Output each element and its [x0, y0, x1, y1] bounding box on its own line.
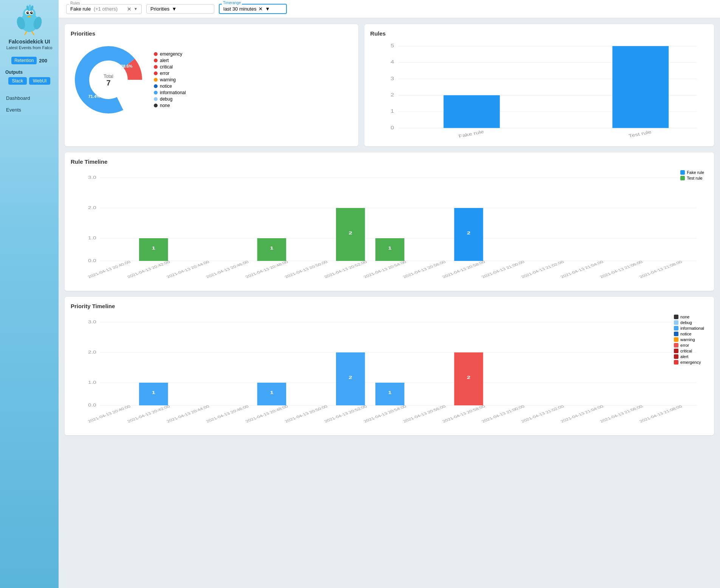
legend-informational-color [674, 326, 678, 330]
svg-text:1.0: 1.0 [88, 236, 96, 240]
svg-point-7 [28, 12, 29, 13]
timerange-label: Timerange [222, 1, 242, 5]
legend-none: none [154, 103, 186, 108]
svg-text:7: 7 [106, 79, 110, 87]
svg-text:2021-04-13 20:44:00: 2021-04-13 20:44:00 [166, 404, 211, 424]
rule-timeline-legend: Fake rule Test rule [680, 170, 704, 182]
legend-emergency-priority: emergency [674, 360, 704, 365]
legend-alert: alert [154, 58, 186, 63]
svg-text:2021-04-13 20:42:00: 2021-04-13 20:42:00 [126, 404, 171, 424]
legend-informational: informational [154, 90, 186, 95]
retention-button[interactable]: Retention [11, 57, 37, 64]
priorities-filter-chip[interactable]: Priorities ▼ [146, 4, 214, 14]
legend-informational-label: informational [160, 90, 186, 95]
svg-text:1: 1 [270, 390, 273, 395]
legend-emergency-label: emergency [160, 51, 182, 57]
legend-none-color [674, 315, 678, 319]
logo-area: Falcosidekick UI Latest Events from Falc… [6, 4, 53, 50]
svg-text:2021-04-13 20:52:00: 2021-04-13 20:52:00 [323, 404, 368, 424]
svg-text:3: 3 [390, 76, 394, 81]
priority-timeline-container: none debug informational notice [71, 315, 708, 429]
legend-none-label: none [160, 103, 170, 108]
svg-text:Fake rule: Fake rule [458, 129, 485, 139]
legend-error-text: error [680, 343, 689, 348]
svg-text:2021-04-13 21:00:00: 2021-04-13 21:00:00 [481, 260, 526, 279]
svg-text:2021-04-13 20:42:00: 2021-04-13 20:42:00 [126, 260, 171, 279]
svg-text:2021-04-13 21:06:00: 2021-04-13 21:06:00 [599, 404, 644, 424]
svg-text:2021-04-13 20:48:00: 2021-04-13 20:48:00 [244, 404, 289, 424]
legend-notice-label: notice [160, 84, 172, 89]
timerange-filter-group: Timerange last 30 minutes ✕ ▼ [219, 4, 287, 14]
svg-text:1: 1 [152, 246, 155, 250]
legend-notice-text: notice [680, 332, 691, 336]
svg-text:0.0: 0.0 [88, 403, 96, 408]
rule-timeline-title: Rule Timeline [71, 158, 708, 165]
svg-text:2021-04-13 20:54:00: 2021-04-13 20:54:00 [362, 260, 407, 279]
svg-text:2021-04-13 20:46:00: 2021-04-13 20:46:00 [205, 404, 250, 424]
donut-container: Total 7 28.6% 71.4% emergency [71, 42, 352, 118]
rule-timeline-container: Fake rule Test rule 0.0 1.0 [71, 170, 708, 285]
legend-error-priority: error [674, 343, 704, 348]
rules-clear-icon[interactable]: ✕ [127, 6, 132, 12]
rules-bar-chart: 0 1 2 3 4 5 Fake rule Test rule [370, 42, 708, 140]
legend-alert-text: alert [680, 354, 688, 359]
app-subtitle: Latest Events from Falco [6, 45, 53, 50]
svg-text:2: 2 [467, 231, 470, 235]
svg-text:2: 2 [390, 92, 394, 97]
svg-text:2021-04-13 20:58:00: 2021-04-13 20:58:00 [441, 404, 486, 424]
svg-text:2021-04-13 21:08:00: 2021-04-13 21:08:00 [638, 260, 683, 279]
legend-error-dot [154, 71, 158, 75]
legend-debug-dot [154, 97, 158, 101]
priorities-dropdown-icon[interactable]: ▼ [172, 6, 177, 12]
timerange-chip[interactable]: last 30 minutes ✕ ▼ [219, 4, 287, 14]
legend-alert-label: alert [160, 58, 169, 63]
nav-dashboard[interactable]: Dashboard [4, 92, 55, 104]
svg-text:2021-04-13 20:52:00: 2021-04-13 20:52:00 [323, 260, 368, 279]
rules-title: Rules [370, 30, 708, 37]
legend-none-text: none [680, 315, 689, 319]
svg-text:3.0: 3.0 [88, 320, 96, 324]
legend-emergency-color [674, 360, 678, 365]
main-content: Rules Fake rule (+1 others) ✕ ▼ Prioriti… [59, 0, 720, 588]
webui-button[interactable]: WebUI [29, 77, 50, 85]
svg-text:2021-04-13 20:46:00: 2021-04-13 20:46:00 [205, 260, 250, 279]
priorities-filter-group: Priorities ▼ [146, 4, 214, 14]
svg-text:2021-04-13 20:56:00: 2021-04-13 20:56:00 [402, 260, 447, 279]
nav-events[interactable]: Events [4, 104, 55, 116]
sidebar: Falcosidekick UI Latest Events from Falc… [0, 0, 59, 588]
legend-debug-text: debug [680, 320, 692, 325]
svg-text:2021-04-13 21:04:00: 2021-04-13 21:04:00 [559, 404, 604, 424]
legend-fake-rule-label: Fake rule [687, 170, 704, 175]
timerange-dropdown-icon[interactable]: ▼ [265, 6, 270, 12]
legend-error: error [154, 71, 186, 76]
rules-filter-label: Rules [69, 1, 81, 5]
legend-notice-color [674, 332, 678, 336]
svg-text:1: 1 [152, 390, 155, 395]
legend-informational-dot [154, 91, 158, 95]
top-row: Priorities Total 7 28.6% [65, 24, 714, 146]
svg-text:2: 2 [467, 375, 470, 380]
legend-warning-dot [154, 78, 158, 82]
timerange-value: last 30 minutes [223, 6, 256, 12]
donut-chart: Total 7 28.6% 71.4% [71, 42, 146, 118]
svg-text:5: 5 [390, 43, 394, 48]
timerange-clear-icon[interactable]: ✕ [259, 6, 263, 12]
legend-critical-text: critical [680, 349, 692, 353]
legend-critical: critical [154, 64, 186, 70]
outputs-label: Outputs [4, 70, 23, 75]
svg-point-8 [31, 12, 33, 13]
rules-dropdown-icon[interactable]: ▼ [134, 7, 138, 11]
svg-line-15 [32, 31, 34, 35]
svg-text:2021-04-13 21:04:00: 2021-04-13 21:04:00 [559, 260, 604, 279]
legend-fake-rule: Fake rule [680, 170, 704, 175]
legend-emergency-dot [154, 52, 158, 56]
legend-debug: debug [154, 96, 186, 102]
slack-button[interactable]: Slack [8, 77, 27, 85]
svg-text:1.0: 1.0 [88, 380, 96, 385]
priority-timeline-legend: none debug informational notice [674, 315, 704, 366]
rules-filter-chip[interactable]: Fake rule (+1 others) ✕ ▼ [66, 4, 142, 14]
svg-text:2: 2 [349, 375, 352, 380]
rule-timeline-svg: 0.0 1.0 2.0 3.0 1 1 2 1 [71, 170, 708, 284]
legend-critical-priority: critical [674, 349, 704, 353]
legend-notice: notice [154, 84, 186, 89]
